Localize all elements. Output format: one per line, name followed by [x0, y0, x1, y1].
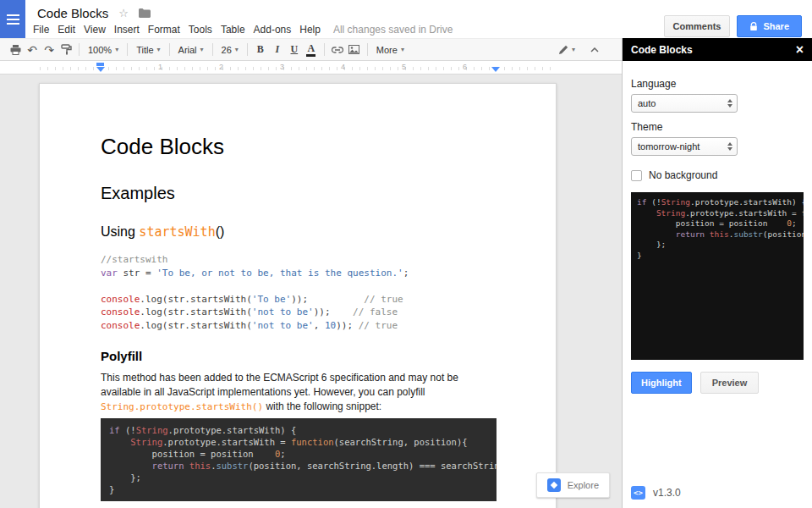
code-line: console.log(str.startsWith('not to be', … [101, 319, 495, 333]
star-icon[interactable]: ☆ [118, 8, 129, 19]
code-token: (! [646, 197, 661, 207]
share-button[interactable]: Share [737, 15, 802, 37]
menu-item[interactable]: File [29, 24, 53, 36]
chevron-down-icon: ▾ [401, 46, 404, 53]
first-line-indent-marker[interactable] [96, 63, 104, 66]
sidebar-title: Code Blocks [631, 44, 693, 56]
document-page[interactable]: Code Blocks Examples Using startsWith() … [39, 83, 557, 508]
code-token: return [676, 229, 705, 239]
toolbar-separator [367, 43, 368, 56]
code-line: console.log(str.startsWith('To be')); //… [101, 293, 495, 306]
code-token: console [101, 320, 140, 331]
code-token: // true [359, 320, 398, 331]
toolbar-separator [79, 43, 80, 56]
menu-item[interactable]: View [80, 24, 110, 36]
code-token: (! [120, 425, 136, 435]
docs-home-menu-button[interactable] [0, 0, 25, 38]
link-icon [332, 47, 343, 53]
redo-icon: ↷ [44, 44, 54, 56]
code-line: }; [109, 472, 488, 483]
bold-button[interactable]: B [252, 41, 269, 58]
italic-button[interactable]: I [269, 41, 286, 58]
code-token: String [136, 425, 168, 435]
code-line: //startswith [101, 253, 495, 267]
lock-icon [749, 22, 758, 31]
menu-item[interactable]: Help [295, 24, 325, 36]
menu-item[interactable]: Insert [110, 24, 144, 36]
comments-button[interactable]: Comments [664, 15, 731, 37]
toolbar-separator [169, 43, 170, 56]
menu-item[interactable]: Format [144, 24, 184, 36]
code-token: 'not to be' [252, 306, 314, 318]
code-token: String [661, 197, 690, 207]
addon-sidebar: Code Blocks × Language auto Theme tomorr… [622, 38, 812, 508]
no-background-label: No background [649, 169, 717, 181]
menu-item[interactable]: Edit [53, 24, 80, 36]
ruler-number: 2 [219, 63, 223, 71]
left-indent-marker[interactable] [96, 67, 105, 72]
edit-mode-button[interactable]: ▾ [554, 41, 579, 58]
highlight-button[interactable]: Highlight [631, 372, 692, 394]
language-select[interactable]: auto [631, 94, 738, 113]
code-token: 'To be' [252, 294, 291, 305]
text-color-letter: A [308, 43, 315, 53]
toolbar-separator [212, 43, 213, 56]
heading-inline-code: startsWith [139, 224, 215, 240]
insert-link-button[interactable] [329, 41, 346, 58]
code-line: console.log(str.startsWith('not to be'))… [101, 306, 495, 319]
paint-format-button[interactable] [58, 41, 74, 58]
code-token: substr [216, 461, 248, 471]
more-dropdown[interactable]: More ▾ [372, 41, 409, 58]
print-button[interactable] [7, 41, 24, 58]
select-arrows-icon [727, 142, 732, 151]
sidebar-header: Code Blocks × [623, 38, 812, 61]
right-indent-marker[interactable] [491, 67, 500, 72]
close-icon[interactable]: × [796, 43, 804, 57]
code-token: .prototype.startsWith) { [690, 197, 804, 207]
preview-button[interactable]: Preview [700, 372, 760, 394]
code-token: , [314, 320, 325, 331]
theme-select[interactable]: tomorrow-night [631, 137, 738, 156]
code-token: return [152, 461, 184, 471]
code-token [637, 208, 656, 218]
sidebar-body: Language auto Theme tomorrow-night No ba… [623, 61, 812, 402]
font-family-select[interactable]: Arial ▾ [174, 41, 208, 58]
code-token: .log(str.startsWith( [140, 320, 251, 331]
code-token: (searchString, position){ [334, 437, 468, 447]
menu-items: FileEditViewInsertFormatToolsTableAdd-on… [29, 21, 325, 37]
redo-button[interactable]: ↷ [41, 41, 58, 58]
code-token: .prototype.startsWith) { [168, 425, 297, 435]
code-token: console [101, 306, 140, 318]
code-token: .log(str.startsWith( [140, 294, 251, 305]
text-color-bar [306, 54, 315, 57]
code-line: var str = 'To be, or not to be, that is … [101, 267, 495, 280]
toolbar-separator [127, 43, 128, 56]
code-token: .log(str.startsWith( [140, 306, 251, 318]
code-line: if (!String.prototype.startsWith) { [637, 197, 798, 208]
text-color-button[interactable]: A [303, 41, 320, 58]
menu-item[interactable]: Table [217, 24, 250, 36]
ruler[interactable]: 123456 [0, 61, 622, 75]
paragraph-style-select[interactable]: Title ▾ [132, 41, 164, 58]
chevron-up-icon [590, 47, 599, 52]
insert-image-button[interactable] [346, 41, 363, 58]
menu-item[interactable]: Add-ons [250, 24, 296, 36]
zoom-select[interactable]: 100% ▾ [84, 41, 123, 58]
version-label: v1.3.0 [653, 487, 681, 499]
explore-button[interactable]: Explore [536, 472, 610, 498]
more-label: More [376, 45, 398, 55]
bold-icon: B [257, 43, 264, 56]
document-title[interactable]: Code Blocks [37, 6, 108, 20]
underline-button[interactable]: U [286, 41, 303, 58]
code-token: )); [291, 294, 364, 305]
code-token: String [130, 437, 162, 447]
no-background-checkbox[interactable] [631, 170, 642, 181]
code-line: String.prototype.startsWith = function(s… [637, 208, 798, 219]
collapse-menus-button[interactable] [586, 41, 603, 58]
undo-button[interactable]: ↶ [24, 41, 41, 58]
folder-icon[interactable] [139, 8, 151, 18]
code-line [101, 279, 495, 293]
no-background-row: No background [631, 169, 804, 181]
font-size-select[interactable]: 26 ▾ [217, 41, 243, 58]
menu-item[interactable]: Tools [184, 24, 217, 36]
